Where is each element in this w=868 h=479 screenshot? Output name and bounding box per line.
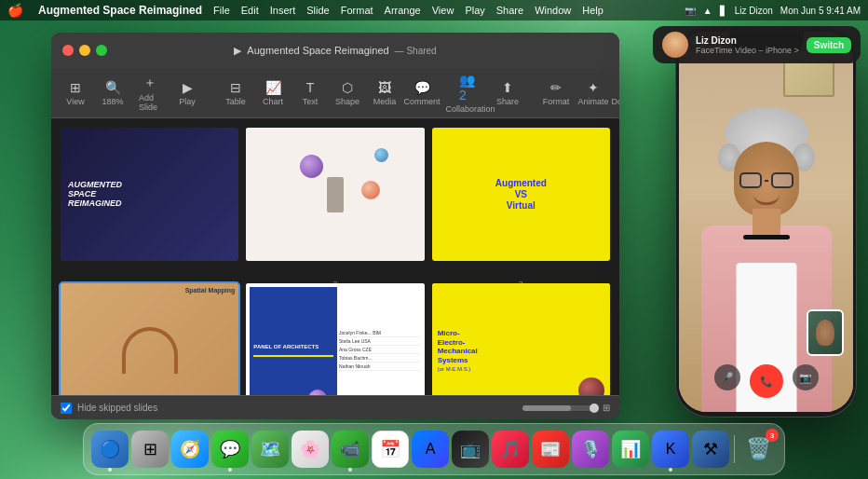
slide-4[interactable]: Spatial Mapping <box>61 283 238 395</box>
close-button[interactable] <box>62 45 74 56</box>
slide-6[interactable]: Micro- Electro- Mechanical Systems (or M… <box>432 283 610 395</box>
camera-flip-button[interactable]: 📷 <box>793 364 819 390</box>
chart-icon: 📈 <box>265 80 281 95</box>
dock-finder[interactable]: 🔵 <box>91 431 129 468</box>
slide5-text: PANEL OF ARCHITECTS <box>253 344 333 351</box>
menu-share[interactable]: Share <box>496 5 523 16</box>
keynote-active-dot <box>669 468 672 472</box>
iphone-screen: 9:41 ▲▲▲ WiFi ▋ 🎤 <box>679 32 853 412</box>
apple-menu[interactable]: 🍎 <box>7 3 23 18</box>
user-name[interactable]: Liz Dizon <box>735 6 773 16</box>
toolbar-table[interactable]: ⊟ Table <box>219 76 252 110</box>
slide-wrapper-1: AUGMENTEDSPACEREIMAGINED 1 <box>61 128 238 276</box>
menu-slide[interactable]: Slide <box>306 5 329 16</box>
end-call-button[interactable]: 📞 <box>750 364 783 398</box>
toolbar-text[interactable]: T Text <box>293 76 327 110</box>
slide-wrapper-6: Micro- Electro- Mechanical Systems (or M… <box>432 283 610 395</box>
mute-button[interactable]: 🎤 <box>714 364 740 390</box>
menu-edit[interactable]: Edit <box>241 5 259 16</box>
toolbar-play[interactable]: ▶ Play <box>170 76 204 110</box>
animate-label: Animate <box>577 97 608 106</box>
shape-label: Shape <box>335 97 359 106</box>
dock-podcasts[interactable]: 🎙️ <box>572 431 609 468</box>
dock-messages[interactable]: 💬 <box>211 431 249 468</box>
hide-skipped-checkbox[interactable] <box>61 403 72 414</box>
dock-tv[interactable]: 📺 <box>452 431 489 468</box>
traffic-lights <box>62 45 107 56</box>
toolbar-view[interactable]: ⊞ View <box>59 76 92 110</box>
facetime-switch-button[interactable]: Switch <box>807 37 851 53</box>
table-label: Table <box>225 97 246 106</box>
slide-1[interactable]: AUGMENTEDSPACEREIMAGINED <box>61 128 238 261</box>
facetime-caller-name: Liz Dizon <box>696 35 799 46</box>
toolbar-chart[interactable]: 📈 Chart <box>256 76 290 110</box>
minimize-button[interactable] <box>79 45 90 56</box>
dock-news[interactable]: 📰 <box>532 431 569 468</box>
desktop: 🍎 Augmented Space Reimagined File Edit I… <box>0 0 868 479</box>
menu-bar: 🍎 Augmented Space Reimagined File Edit I… <box>0 0 868 21</box>
toolbar-comment[interactable]: 💬 Comment <box>405 76 439 110</box>
dock-numbers[interactable]: 📊 <box>612 431 649 468</box>
menu-view[interactable]: View <box>432 5 454 16</box>
pip-preview[interactable] <box>807 309 844 356</box>
fullscreen-button[interactable] <box>96 45 107 56</box>
toolbar-format[interactable]: ✏ Format <box>539 76 573 110</box>
slide-3[interactable]: Augmented VS Virtual <box>432 128 610 261</box>
toolbar-collaboration[interactable]: 👥 2 Collaboration <box>454 69 487 117</box>
slide-5[interactable]: PANEL OF ARCHITECTS Jocelyn Finke... BIM… <box>246 283 424 395</box>
dock-trash[interactable]: 🗑️ 3 <box>739 431 777 468</box>
menu-insert[interactable]: Insert <box>270 5 296 16</box>
dock-xcode[interactable]: ⚒ <box>692 431 729 468</box>
share-label: Share <box>496 97 519 106</box>
dock-safari[interactable]: 🧭 <box>171 431 209 468</box>
zoom-fit-icon[interactable]: ⊞ <box>603 403 610 413</box>
toolbar-add-slide[interactable]: ＋ Add Slide <box>133 71 167 116</box>
animate-icon: ✦ <box>588 80 599 95</box>
media-label: Media <box>373 97 397 106</box>
menu-file[interactable]: File <box>213 5 230 16</box>
facetime-avatar <box>662 32 688 58</box>
comment-icon: 💬 <box>414 80 430 95</box>
menu-arrange[interactable]: Arrange <box>385 5 421 16</box>
facetime-notification: Liz Dizon FaceTime Video – iPhone > Swit… <box>653 26 861 63</box>
share-icon: ⬆ <box>502 80 513 95</box>
keynote-toolbar: ⊞ View 🔍 188% ＋ Add Slide ▶ Play ⊟ Table… <box>51 68 619 118</box>
slide2-orb1 <box>300 155 323 178</box>
slide5-left: PANEL OF ARCHITECTS <box>250 287 337 395</box>
facetime-active-dot <box>348 468 352 472</box>
menu-window[interactable]: Window <box>535 5 571 16</box>
dock-keynote[interactable]: K <box>652 431 689 468</box>
toolbar-zoom[interactable]: 🔍 188% <box>96 76 129 110</box>
text-icon: T <box>306 80 315 95</box>
slide5-row-3: Ana Gross CZE <box>339 347 419 354</box>
menu-format[interactable]: Format <box>341 5 373 16</box>
dock-photos[interactable]: 🌸 <box>292 431 329 468</box>
wifi-icon: ▲ <box>703 6 712 16</box>
slide-wrapper-3: Augmented VS Virtual 3 <box>432 128 610 276</box>
add-slide-icon: ＋ <box>143 75 156 91</box>
toolbar-document[interactable]: 📄 Document <box>614 76 619 110</box>
dock-music[interactable]: 🎵 <box>492 431 529 468</box>
dock-appstore[interactable]: A <box>412 431 449 468</box>
toolbar-media[interactable]: 🖼 Media <box>368 76 401 110</box>
shape-icon: ⬡ <box>342 80 353 95</box>
menu-play[interactable]: Play <box>465 5 484 16</box>
trash-badge: 3 <box>766 429 779 442</box>
toolbar-shape[interactable]: ⬡ Shape <box>331 76 364 110</box>
media-icon: 🖼 <box>378 80 391 95</box>
format-icon: ✏ <box>550 80 562 95</box>
slide-2[interactable] <box>246 128 424 261</box>
toolbar-share[interactable]: ⬆ Share <box>491 76 524 110</box>
dock-calendar[interactable]: 📅 <box>372 431 409 468</box>
iphone: 9:41 ▲▲▲ WiFi ▋ 🎤 <box>675 26 857 417</box>
view-icon: ⊞ <box>70 80 81 95</box>
dock-facetime[interactable]: 📹 <box>332 431 369 468</box>
slide4-arch <box>122 327 178 374</box>
app-name[interactable]: Augmented Space Reimagined <box>38 4 202 17</box>
slide4-title: Spatial Mapping <box>185 287 236 294</box>
dock-launchpad[interactable]: ⊞ <box>131 431 169 468</box>
dock-maps[interactable]: 🗺️ <box>251 431 289 468</box>
menu-help[interactable]: Help <box>582 5 604 16</box>
play-icon: ▶ <box>183 80 193 95</box>
toolbar-animate[interactable]: ✦ Animate <box>576 76 610 110</box>
